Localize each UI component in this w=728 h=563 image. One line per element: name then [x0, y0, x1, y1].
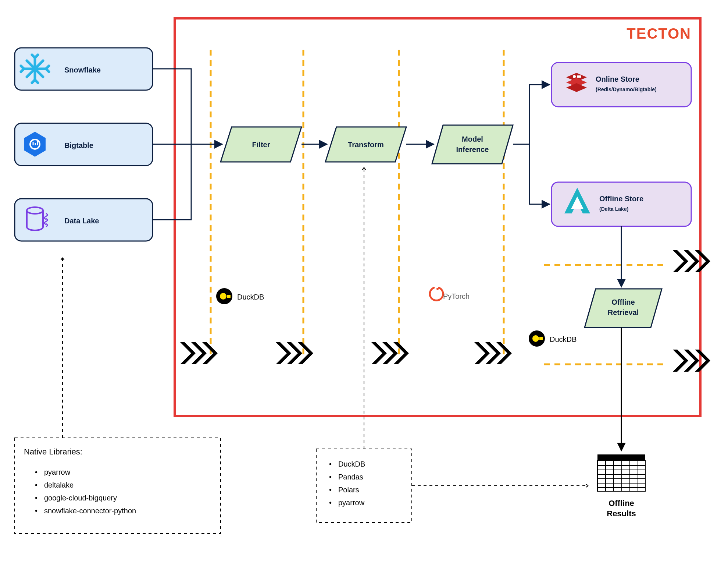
source-snowflake: Snowflake	[15, 48, 153, 90]
brand-label: TECTON	[627, 25, 691, 42]
svg-point-48	[532, 335, 539, 342]
offline-results	[597, 454, 645, 491]
native-lib-3: snowflake-connector-python	[44, 507, 136, 515]
svg-marker-21	[432, 125, 513, 164]
duckdb-icon-2	[529, 330, 545, 347]
online-store-title: Online Store	[596, 75, 639, 83]
transform-label: Transform	[348, 141, 384, 149]
svg-point-46	[436, 288, 439, 290]
source-connectors	[153, 69, 222, 220]
bigtable-label: Bigtable	[64, 141, 93, 149]
dashed-arrow-transform	[361, 167, 367, 449]
transform-libs-box: • DuckDB • Pandas • Polars • pyarrow	[316, 449, 412, 523]
step-inference: Model Inference	[432, 125, 513, 164]
store-offline: Offline Store (Delta Lake)	[552, 182, 691, 226]
native-libs-box: Native Libraries: • pyarrow • deltalake …	[15, 438, 221, 534]
lane-dividers	[211, 50, 504, 357]
step-transform: Transform	[325, 127, 406, 162]
dashed-arrow-native	[60, 258, 65, 438]
diagram-canvas: TECTON Snowflake	[0, 0, 728, 563]
svg-rect-49	[539, 337, 543, 340]
transform-lib-1: Pandas	[338, 473, 363, 481]
native-lib-1: deltalake	[44, 481, 74, 489]
svg-point-26	[573, 75, 576, 78]
svg-point-44	[220, 293, 226, 300]
duckdb-label-1: DuckDB	[237, 293, 264, 301]
pytorch-label: PyTorch	[443, 292, 470, 300]
source-bigtable: Bigtable	[15, 123, 153, 166]
svg-text:•: •	[329, 460, 332, 468]
native-lib-2: google-cloud-bigquery	[44, 494, 117, 502]
retrieval-label-1: Offline	[611, 298, 635, 306]
filter-label: Filter	[252, 141, 270, 149]
offline-store-title: Offline Store	[599, 195, 643, 203]
inference-branch	[513, 85, 550, 204]
duckdb-label-2: DuckDB	[550, 335, 577, 343]
svg-rect-45	[227, 295, 231, 298]
results-line2: Results	[607, 509, 636, 518]
pytorch-icon	[430, 288, 443, 301]
svg-rect-27	[577, 75, 581, 78]
source-datalake: Data Lake	[15, 199, 153, 241]
native-libs-title: Native Libraries:	[24, 447, 82, 456]
retrieval-label-2: Retrieval	[608, 308, 639, 316]
step-filter: Filter	[221, 127, 301, 162]
transform-lib-3: pyarrow	[338, 499, 365, 507]
transform-lib-2: Polars	[338, 486, 359, 494]
results-line1: Offline	[609, 499, 634, 508]
offline-store-sub: (Delta Lake)	[599, 206, 628, 212]
snowflake-label: Snowflake	[64, 66, 101, 74]
duckdb-icon-1	[216, 288, 232, 304]
svg-text:•: •	[35, 481, 38, 489]
svg-text:•: •	[329, 486, 332, 494]
svg-text:•: •	[35, 507, 38, 515]
online-store-sub: (Redis/Dynamo/Bigtable)	[596, 86, 657, 92]
datalake-label: Data Lake	[64, 217, 99, 225]
step-retrieval: Offline Retrieval	[585, 289, 662, 327]
svg-text:•: •	[329, 473, 332, 481]
inference-label-1: Model	[462, 135, 483, 143]
svg-text:•: •	[35, 468, 38, 476]
svg-rect-30	[597, 454, 645, 460]
svg-text:•: •	[329, 499, 332, 507]
native-lib-0: pyarrow	[44, 468, 71, 476]
transform-lib-0: DuckDB	[338, 460, 365, 468]
dashed-arrow-results	[412, 483, 588, 489]
store-online: Online Store (Redis/Dynamo/Bigtable)	[552, 63, 691, 107]
svg-text:•: •	[35, 494, 38, 502]
inference-label-2: Inference	[456, 145, 489, 153]
